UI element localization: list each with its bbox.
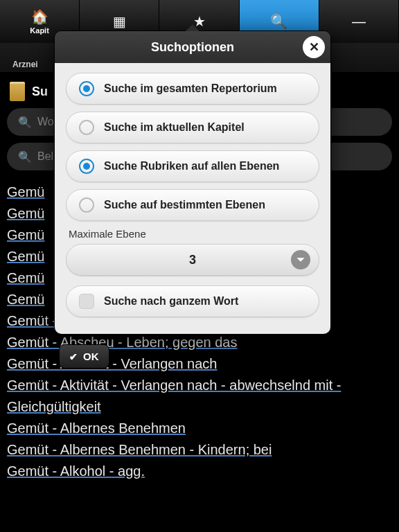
popover-header: Suchoptionen ✕ xyxy=(55,31,330,63)
option-whole-word[interactable]: Suche nach ganzem Wort xyxy=(66,285,319,317)
popover-title: Suchoptionen xyxy=(151,40,234,55)
option-label: Suche im aktuellen Kapitel xyxy=(104,121,245,134)
checkbox-icon xyxy=(79,294,94,309)
ok-bar: ✔ OK xyxy=(59,344,109,369)
chevron-down-icon xyxy=(291,250,310,269)
magnifier-icon: 🔍 xyxy=(18,116,32,129)
option-search-all-levels[interactable]: Suche Rubriken auf allen Ebenen xyxy=(66,150,319,182)
option-label: Suche auf bestimmten Ebenen xyxy=(104,199,265,211)
radio-icon xyxy=(79,120,94,135)
max-level-label: Maximale Ebene xyxy=(69,228,319,240)
radio-selected-icon xyxy=(79,159,94,174)
max-level-value: 3 xyxy=(189,253,196,267)
radio-selected-icon xyxy=(79,81,94,96)
section-title: Su xyxy=(32,85,48,99)
search-options-popover: Suchoptionen ✕ Suche im gesamten Reperto… xyxy=(54,30,331,335)
book-icon xyxy=(10,82,25,101)
radio-icon xyxy=(79,197,94,213)
option-label: Suche im gesamten Repertorium xyxy=(104,82,277,95)
option-search-all-repertory[interactable]: Suche im gesamten Repertorium xyxy=(66,73,319,105)
search-word-placeholder: Wo xyxy=(37,116,54,128)
close-button[interactable]: ✕ xyxy=(303,36,325,58)
option-search-current-chapter[interactable]: Suche im aktuellen Kapitel xyxy=(66,112,319,143)
magnifier-icon: 🔍 xyxy=(18,150,32,163)
result-item[interactable]: Gemüt - Albernes Benehmen xyxy=(7,418,392,439)
option-label: Suche nach ganzem Wort xyxy=(104,295,238,308)
popover-body: Suche im gesamten Repertorium Suche im a… xyxy=(55,63,330,334)
ok-label: OK xyxy=(83,351,99,362)
max-level-select[interactable]: 3 xyxy=(66,244,319,276)
minus-icon: — xyxy=(352,14,366,30)
home-icon: 🏠 xyxy=(31,8,48,25)
check-icon: ✔ xyxy=(69,351,78,362)
search-any-placeholder: Bel xyxy=(37,150,53,163)
tab-chapter-label: Kapit xyxy=(30,26,49,35)
option-search-specific-levels[interactable]: Suche auf bestimmten Ebenen xyxy=(66,189,319,221)
result-item[interactable]: Gemüt - Albernes Benehmen - Kindern; bei xyxy=(7,439,392,461)
tab-remove[interactable]: — xyxy=(319,0,399,43)
subtab-arzneimittel[interactable]: Arznei xyxy=(7,57,44,72)
grid-icon: ▦ xyxy=(113,13,126,30)
result-item[interactable]: Gemüt - Alkohol - agg. xyxy=(7,461,392,482)
option-label: Suche Rubriken auf allen Ebenen xyxy=(104,160,279,172)
result-item[interactable]: Gemüt - Aktivität - Verlangen nach - abw… xyxy=(7,375,392,418)
close-icon: ✕ xyxy=(309,39,319,55)
ok-button[interactable]: ✔ OK xyxy=(59,344,109,369)
search-icon: 🔍 xyxy=(270,13,287,30)
